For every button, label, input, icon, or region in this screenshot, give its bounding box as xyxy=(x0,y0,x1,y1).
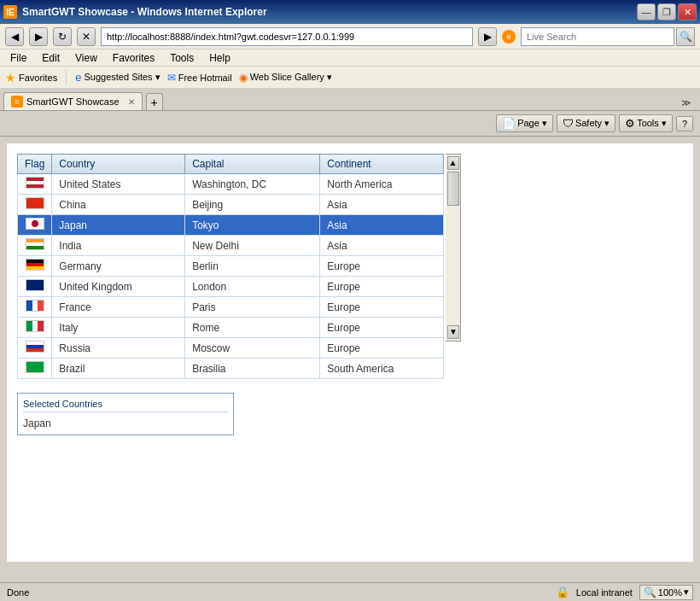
cell-country: Japan xyxy=(52,215,185,236)
search-button[interactable]: 🔍 xyxy=(676,27,695,46)
security-icon: 🔒 xyxy=(556,586,569,598)
tab-close-icon[interactable]: ✕ xyxy=(128,97,135,107)
help-label: ? xyxy=(682,119,687,129)
cell-country: France xyxy=(52,297,185,318)
tab-list-button[interactable]: ≫ xyxy=(676,96,697,110)
cell-continent: Asia xyxy=(320,195,444,215)
menu-help[interactable]: Help xyxy=(202,50,237,66)
separator-1 xyxy=(66,70,67,85)
page-icon: 📄 xyxy=(502,117,516,130)
window-title: SmartGWT Showcase - Windows Internet Exp… xyxy=(22,6,267,18)
close-button[interactable]: ✕ xyxy=(678,3,697,20)
cell-continent: South America xyxy=(320,359,444,379)
col-header-capital[interactable]: Capital xyxy=(185,155,320,174)
go-button[interactable]: ▶ xyxy=(478,27,497,46)
flag-ru-icon xyxy=(26,341,44,353)
tools-menu[interactable]: ⚙ Tools ▾ xyxy=(619,114,673,132)
table-row[interactable]: BrazilBrasiliaSouth America xyxy=(18,359,444,379)
col-header-continent[interactable]: Continent xyxy=(320,155,444,174)
stop-button[interactable]: ✕ xyxy=(77,27,96,46)
table-row[interactable]: ItalyRomeEurope xyxy=(18,318,444,338)
col-header-country[interactable]: Country xyxy=(52,155,185,174)
tools-icon: ⚙ xyxy=(625,117,635,130)
new-tab-button[interactable]: + xyxy=(146,93,163,110)
back-button[interactable]: ◀ xyxy=(5,27,24,46)
scroll-thumb[interactable] xyxy=(447,172,459,206)
flag-cell xyxy=(18,256,52,277)
cell-capital: Berlin xyxy=(185,256,320,277)
webslice-icon: ◉ xyxy=(239,72,248,84)
table-row[interactable]: United KingdomLondonEurope xyxy=(18,277,444,297)
menu-file[interactable]: File xyxy=(3,50,33,66)
cell-country: United States xyxy=(52,174,185,195)
cell-continent: Europe xyxy=(320,256,444,277)
flag-it-icon xyxy=(26,320,44,332)
flag-cell xyxy=(18,174,52,195)
cell-capital: Tokyo xyxy=(185,215,320,236)
web-slice-gallery[interactable]: ◉ Web Slice Gallery ▾ xyxy=(239,72,332,84)
flag-cell xyxy=(18,338,52,359)
address-input[interactable] xyxy=(101,27,473,46)
menu-edit[interactable]: Edit xyxy=(35,50,67,66)
favorites-bar: ★ Favorites e Suggested Sites ▾ ✉ Free H… xyxy=(0,67,700,89)
country-grid[interactable]: Flag Country Capital Continent United St… xyxy=(17,154,444,379)
safety-menu[interactable]: 🛡 Safety ▾ xyxy=(557,114,615,132)
flag-cn-icon xyxy=(26,197,44,209)
scroll-up-button[interactable]: ▲ xyxy=(447,156,459,170)
col-header-flag[interactable]: Flag xyxy=(18,155,52,174)
flag-cell xyxy=(18,359,52,379)
title-bar: IE SmartGWT Showcase - Windows Internet … xyxy=(0,0,700,24)
table-row[interactable]: RussiaMoscowEurope xyxy=(18,338,444,359)
main-tab[interactable]: S SmartGWT Showcase ✕ xyxy=(3,92,143,110)
status-right: 🔒 Local intranet 🔍 100% ▾ xyxy=(556,585,693,600)
menu-favorites[interactable]: Favorites xyxy=(106,50,161,66)
cell-continent: Asia xyxy=(320,215,444,236)
menu-view[interactable]: View xyxy=(68,50,104,66)
grid-scrollbar[interactable]: ▲ ▼ xyxy=(446,154,461,341)
cell-capital: Moscow xyxy=(185,338,320,359)
cell-continent: Asia xyxy=(320,236,444,256)
scroll-down-button[interactable]: ▼ xyxy=(447,325,459,339)
flag-cell xyxy=(18,318,52,338)
browser-toolbar: 📄 Page ▾ 🛡 Safety ▾ ⚙ Tools ▾ ? xyxy=(0,111,700,137)
suggested-sites[interactable]: e Suggested Sites ▾ xyxy=(75,71,160,84)
cell-country: United Kingdom xyxy=(52,277,185,297)
page-label: Page ▾ xyxy=(517,118,547,129)
flag-cell xyxy=(18,215,52,236)
menu-tools[interactable]: Tools xyxy=(163,50,201,66)
page-menu[interactable]: 📄 Page ▾ xyxy=(496,114,553,132)
cell-continent: Europe xyxy=(320,297,444,318)
flag-cell xyxy=(18,236,52,256)
search-input[interactable] xyxy=(521,27,674,46)
cell-continent: North America xyxy=(320,174,444,195)
zone-text: Local intranet xyxy=(576,587,633,598)
zoom-icon: 🔍 xyxy=(644,586,656,598)
zoom-control[interactable]: 🔍 100% ▾ xyxy=(639,585,693,600)
status-text: Done xyxy=(7,587,549,598)
table-row[interactable]: IndiaNew DelhiAsia xyxy=(18,236,444,256)
table-row[interactable]: United StatesWashington, DCNorth America xyxy=(18,174,444,195)
favorites-button[interactable]: ★ Favorites xyxy=(5,71,57,85)
selected-countries-value: Japan xyxy=(23,417,228,429)
table-row[interactable]: FranceParisEurope xyxy=(18,297,444,318)
flag-cell xyxy=(18,277,52,297)
minimize-button[interactable]: — xyxy=(637,3,656,20)
table-row[interactable]: JapanTokyoAsia xyxy=(18,215,444,236)
selected-countries-box: Selected Countries Japan xyxy=(17,393,234,435)
forward-button[interactable]: ▶ xyxy=(29,27,48,46)
menu-bar: File Edit View Favorites Tools Help xyxy=(0,50,700,67)
flag-cell xyxy=(18,297,52,318)
tab-icon: S xyxy=(11,96,23,108)
cell-continent: Europe xyxy=(320,277,444,297)
free-hotmail[interactable]: ✉ Free Hotmail xyxy=(167,72,232,84)
cell-capital: Paris xyxy=(185,297,320,318)
cell-country: India xyxy=(52,236,185,256)
restore-button[interactable]: ❐ xyxy=(657,3,676,20)
tab-bar: S SmartGWT Showcase ✕ + ≫ xyxy=(0,89,700,111)
table-row[interactable]: ChinaBeijingAsia xyxy=(18,195,444,215)
refresh-button[interactable]: ↻ xyxy=(53,27,72,46)
grid-wrapper: Flag Country Capital Continent United St… xyxy=(17,154,461,379)
help-button[interactable]: ? xyxy=(676,116,693,131)
flag-jp-icon xyxy=(26,218,44,230)
table-row[interactable]: GermanyBerlinEurope xyxy=(18,256,444,277)
